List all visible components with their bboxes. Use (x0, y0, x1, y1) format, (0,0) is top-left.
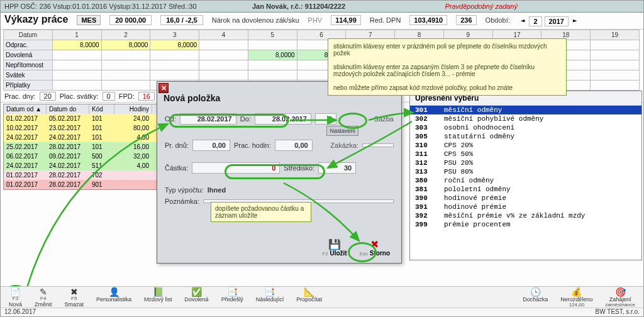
code-item[interactable]: 312PSU 20% (410, 158, 641, 167)
placsv-value[interactable]: 0 (103, 92, 115, 101)
save-button[interactable]: 💾 F2 Uložit (322, 240, 347, 257)
code-item[interactable]: 301měsíční odměny (410, 106, 641, 114)
narok-value[interactable]: 114,99 (331, 15, 361, 25)
toolbar-icon: 👤 (109, 287, 119, 296)
kod-value[interactable]: 236 (456, 15, 476, 25)
toolbar-button-propočítat[interactable]: 📐Propočítat (292, 286, 326, 309)
code-item[interactable]: 392měsíční prémie v% ze základní mzdy (410, 211, 641, 220)
nastaveni-button[interactable]: Nastavení (326, 126, 358, 136)
toolbar-button-změnit[interactable]: ✎F4Změnit (30, 286, 57, 309)
att-cell[interactable] (52, 50, 101, 60)
list-header[interactable]: Datum od ▲ (4, 104, 47, 114)
toolbar-button-následující[interactable]: 📑Následující (252, 286, 289, 309)
att-row-label: Dovolená (4, 50, 53, 60)
list-cell: 28.02.2017 (47, 170, 89, 180)
att-cell[interactable] (199, 60, 248, 70)
code-item[interactable]: 313PSU 80% (410, 167, 641, 176)
att-cell[interactable]: 8,0000 (101, 40, 150, 50)
code-list[interactable]: 301měsíční odměny302měsíční pohyblivé od… (410, 106, 641, 229)
att-cell[interactable]: 8,0000 (52, 40, 101, 50)
zakazka-input[interactable] (362, 143, 394, 147)
status-bar: 12.06.2017 BW TEST, s.r.o. (1, 308, 643, 316)
att-cell[interactable] (52, 60, 101, 70)
code-item[interactable]: 381pololetní odměny (410, 185, 641, 194)
code-item[interactable]: 391hodinové prémie (410, 203, 641, 211)
cancel-button[interactable]: ✖ Esc Storno (360, 240, 390, 257)
date-from-input[interactable]: 28.02.2017 (180, 113, 236, 125)
toolbar-button-předešlý[interactable]: 📑Předešlý (217, 286, 248, 309)
code-item[interactable]: 311CPS 50% (410, 150, 641, 158)
code-item[interactable]: 399prémie procentem (410, 220, 641, 229)
list-cell (114, 180, 152, 189)
stred-input[interactable]: 30 (318, 162, 356, 174)
red-value[interactable]: 103,4910 (409, 15, 447, 25)
code-item[interactable]: 380roční odměny (410, 176, 641, 185)
fpd-value[interactable]: 16 (138, 92, 155, 101)
mes-tag[interactable]: MES (77, 15, 101, 25)
code-item[interactable]: 305statutární odměny (410, 132, 641, 141)
att-cell[interactable] (199, 50, 248, 60)
code-number: 302 (415, 115, 436, 123)
period-month[interactable]: 2 (529, 16, 541, 26)
att-cell[interactable] (150, 70, 199, 81)
att-cell[interactable] (52, 81, 101, 91)
toolbar-button-zahájení[interactable]: 🎯Zahájenízaměstnance (601, 286, 640, 309)
att-cell[interactable] (199, 40, 248, 50)
att-cell[interactable] (150, 50, 199, 60)
toolbar-button-mzdový list[interactable]: 📗Mzdový list (140, 286, 177, 309)
prhod-input[interactable]: 0,00 (275, 140, 313, 151)
att-cell[interactable] (591, 70, 640, 81)
castka-input[interactable]: 0 (192, 162, 280, 174)
pracdny-value[interactable]: 20 (40, 92, 56, 101)
prdnu-input[interactable]: 0,00 (192, 140, 230, 151)
att-cell[interactable] (199, 70, 248, 81)
att-cell[interactable] (248, 70, 297, 81)
period-next[interactable]: ► (571, 16, 579, 26)
att-cell[interactable] (248, 40, 297, 50)
toolbar-button-nerozděleno[interactable]: 💰Nerozděleno124,00 (556, 286, 597, 309)
code-input[interactable]: 3 (315, 113, 336, 125)
period-year[interactable]: 2017 (545, 16, 569, 26)
att-cell[interactable] (101, 60, 150, 70)
list-header[interactable]: Hodiny (114, 104, 152, 114)
att-header: 4 (199, 30, 248, 40)
att-cell[interactable]: 8,0000 (150, 40, 199, 50)
list-cell: 10.02.2017 (4, 123, 47, 133)
code-item[interactable]: 302měsíční pohyblivé odměny (410, 114, 641, 123)
att-cell[interactable] (101, 81, 150, 91)
list-header[interactable]: Datum do (47, 104, 89, 114)
code-item[interactable]: 310CPS 20% (410, 141, 641, 150)
att-header: 1 (52, 30, 101, 40)
prhod-label: Prac. hodin: (234, 142, 271, 149)
hint-tooltip-main: stisknutím klávesy enter v prázdném poli… (328, 38, 567, 96)
att-cell[interactable] (52, 70, 101, 81)
att-header: 3 (150, 30, 199, 40)
list-cell: 24.02.2017 (47, 161, 89, 170)
att-cell[interactable]: 8,0000 (248, 50, 297, 60)
list-header[interactable]: Kód (89, 104, 114, 114)
att-cell[interactable] (150, 60, 199, 70)
att-cell[interactable] (101, 70, 150, 81)
toolbar-button-docházka[interactable]: 🕒Docházka (518, 286, 552, 309)
toolbar-button-nová[interactable]: 📄F3Nová (4, 286, 26, 309)
att-cell[interactable] (591, 81, 640, 91)
att-cell[interactable] (591, 50, 640, 60)
toolbar-button-dovolená[interactable]: ✅Dovolená (180, 286, 213, 309)
pct-field[interactable]: 16,0 / -2,5 (160, 15, 203, 25)
period-prev[interactable]: ◄ (519, 16, 527, 26)
toolbar-button-personalistika[interactable]: 👤Personalistika (92, 286, 136, 309)
close-icon[interactable]: ✕ (158, 83, 169, 93)
att-cell[interactable] (591, 40, 640, 50)
code-item[interactable]: 390hodinové prémie (410, 194, 641, 203)
amount-field[interactable]: 20 000,00 (109, 15, 152, 25)
att-cell[interactable] (101, 50, 150, 60)
code-number: 312 (415, 159, 436, 167)
date-to-input[interactable]: 28.02.2017 (255, 113, 311, 125)
code-item[interactable]: 303osobní ohodnocení (410, 123, 641, 132)
list-cell: 28.02.2017 (47, 180, 89, 189)
att-cell[interactable] (591, 60, 640, 70)
att-header: 2 (101, 30, 150, 40)
att-cell[interactable] (248, 60, 297, 70)
placsv-label: Plac. svátky: (60, 92, 99, 100)
toolbar-button-smazat[interactable]: ✖F5Smazat (60, 286, 89, 309)
